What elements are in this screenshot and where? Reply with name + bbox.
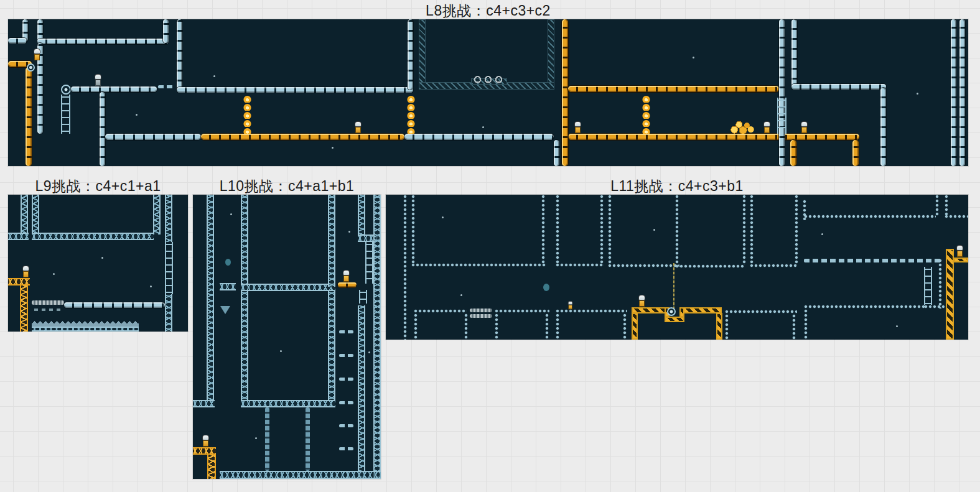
dotted-wall — [945, 215, 968, 219]
hazard-wall — [665, 317, 684, 322]
pipe-wall — [404, 134, 554, 140]
dotted-wall — [414, 309, 467, 313]
level-image-l10[interactable] — [193, 195, 381, 479]
pipe-wall — [554, 140, 559, 166]
hazard-wall — [946, 249, 954, 340]
particle — [136, 114, 138, 116]
gravel-ledge — [470, 314, 492, 318]
flame-column — [642, 95, 652, 134]
dotted-wall — [414, 313, 418, 340]
gravel-ledge — [32, 300, 64, 305]
dash-ledge — [339, 378, 353, 381]
truss-wall — [207, 195, 214, 401]
dotted-wall — [750, 195, 754, 265]
robot-sprite — [574, 121, 582, 134]
level-image-l11[interactable] — [386, 195, 968, 340]
gold-pile — [729, 119, 755, 134]
level-title-l11: L11挑战：c4+c3+b1 — [610, 177, 744, 196]
funnel-spike — [220, 306, 230, 314]
truss-wall — [373, 195, 381, 479]
dotted-wall — [938, 259, 943, 309]
dotted-wall — [924, 305, 945, 309]
particle — [225, 259, 231, 266]
truss-wall — [165, 195, 172, 242]
particle — [543, 284, 549, 291]
pulley-node — [667, 307, 676, 316]
ladder — [165, 242, 173, 294]
particle — [442, 216, 444, 218]
pipe-wall — [951, 19, 956, 166]
particle — [917, 93, 918, 95]
dotted-wall — [935, 195, 940, 216]
dash-ledge — [339, 330, 353, 333]
truss-wall — [32, 327, 139, 332]
pipe-wall — [959, 19, 965, 166]
dotted-wall — [495, 309, 549, 313]
truss-wall — [32, 195, 39, 234]
truss-wall-orange — [8, 278, 30, 285]
particle — [693, 57, 694, 58]
dash-ledge — [339, 401, 353, 404]
robot-sprite — [94, 74, 102, 86]
hazard-wall — [716, 313, 722, 340]
particle — [255, 437, 257, 439]
dotted-wall — [795, 195, 799, 265]
dotted-wall — [675, 264, 744, 269]
pipe-wall — [163, 19, 169, 43]
level-image-l9[interactable] — [8, 195, 188, 332]
level-image-l8[interactable] — [8, 19, 968, 166]
truss-wall — [241, 291, 248, 400]
truss-wall-orange — [207, 455, 216, 479]
hatched-wall — [548, 19, 554, 86]
particle — [101, 257, 103, 259]
robot-sprite — [354, 121, 362, 134]
truss-wall — [220, 283, 236, 290]
dotted-wall — [742, 195, 747, 265]
robot-sprite — [22, 266, 30, 278]
particle — [368, 351, 370, 353]
dotted-wall — [464, 313, 469, 340]
particle — [332, 147, 334, 149]
chain — [306, 407, 310, 471]
particle — [482, 126, 484, 128]
pipe-wall-orange — [568, 86, 779, 92]
dotted-wall — [600, 195, 604, 265]
dotted-wall — [945, 195, 949, 216]
dotted-wall — [792, 314, 796, 340]
dotted-wall — [495, 313, 499, 340]
pipe-wall — [779, 19, 785, 166]
pipe-wall-orange — [338, 282, 357, 287]
dotted-wall — [403, 195, 408, 340]
tick-marks — [34, 309, 63, 311]
pipe-wall — [408, 19, 413, 90]
truss-wall — [328, 291, 335, 400]
ladder — [61, 95, 70, 134]
dotted-wall — [725, 310, 797, 314]
hatched-wall — [419, 19, 426, 86]
pipe-wall — [177, 19, 182, 90]
flame-column — [243, 95, 252, 134]
level-title-l8: L8挑战：c4+c3+c2 — [426, 1, 551, 21]
truss-wall-orange — [20, 285, 28, 332]
dotted-wall — [556, 309, 627, 313]
dotted-wall — [556, 195, 560, 265]
pipe-wall — [100, 92, 105, 166]
dash-ledge — [339, 447, 353, 450]
chain — [265, 407, 269, 471]
truss-wall — [241, 400, 335, 407]
truss-wall — [241, 284, 335, 291]
particle — [653, 229, 655, 231]
pipe-wall — [105, 134, 201, 140]
pipe-wall — [177, 87, 413, 93]
robot-sprite — [342, 270, 350, 282]
truss-wall — [32, 233, 154, 240]
truss-wall — [241, 195, 248, 287]
dotted-wall — [623, 313, 627, 340]
dotted-wall — [804, 215, 936, 219]
pipe-wall-orange — [852, 140, 859, 166]
robot-sprite — [33, 49, 41, 61]
truss-wall — [358, 305, 365, 479]
dotted-wall — [608, 195, 612, 265]
truss-wall — [193, 400, 215, 407]
dotted-wall — [725, 314, 729, 340]
